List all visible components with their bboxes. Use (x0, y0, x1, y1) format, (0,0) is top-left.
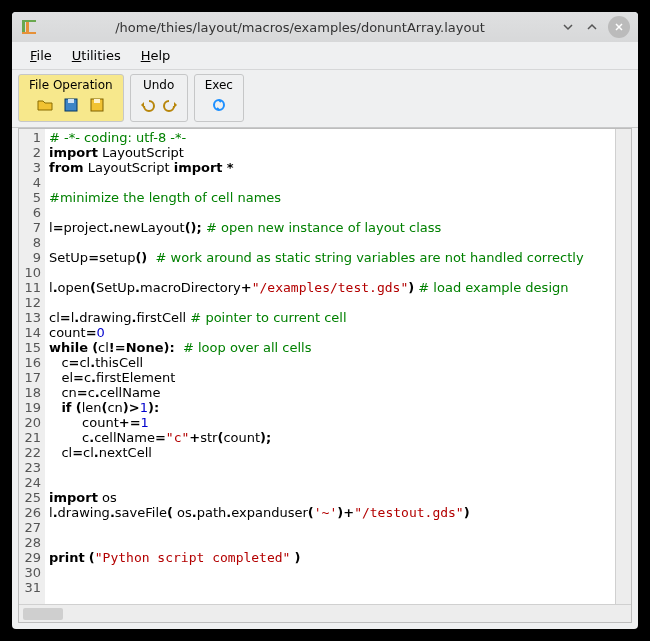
close-button[interactable] (608, 16, 630, 38)
vertical-scrollbar[interactable] (615, 129, 631, 604)
toolbar-group-exec-label: Exec (201, 77, 237, 94)
toolbar: File Operation Undo Exec (12, 70, 638, 128)
app-icon (20, 18, 38, 36)
code-area[interactable]: # -*- coding: utf-8 -*-import LayoutScri… (45, 129, 615, 604)
toolbar-group-file: File Operation (18, 74, 124, 122)
svg-rect-3 (22, 32, 36, 34)
menubar: File Utilities Help (12, 42, 638, 70)
redo-icon[interactable] (163, 96, 181, 114)
titlebar: /home/thies/layout/macros/examples/donun… (12, 12, 638, 42)
line-number-gutter: 1234567891011121314151617181920212223242… (19, 129, 45, 604)
menu-file[interactable]: File (20, 44, 62, 67)
open-icon[interactable] (36, 96, 54, 114)
svg-rect-7 (94, 99, 100, 103)
editor: 1234567891011121314151617181920212223242… (18, 128, 632, 623)
exec-icon[interactable] (210, 96, 228, 114)
window: /home/thies/layout/macros/examples/donun… (12, 12, 638, 629)
toolbar-group-undo: Undo (130, 74, 188, 122)
undo-icon[interactable] (137, 96, 155, 114)
save-as-icon[interactable] (88, 96, 106, 114)
minimize-button[interactable] (558, 17, 578, 37)
horizontal-scrollbar[interactable] (19, 604, 631, 622)
svg-rect-5 (68, 99, 74, 103)
toolbar-group-exec: Exec (194, 74, 244, 122)
scrollbar-thumb[interactable] (23, 608, 63, 620)
svg-rect-1 (26, 22, 29, 32)
toolbar-group-undo-label: Undo (139, 77, 178, 94)
toolbar-group-file-label: File Operation (25, 77, 117, 94)
window-title: /home/thies/layout/macros/examples/donun… (46, 20, 554, 35)
menu-help[interactable]: Help (131, 44, 181, 67)
save-icon[interactable] (62, 96, 80, 114)
menu-utilities[interactable]: Utilities (62, 44, 131, 67)
svg-rect-2 (22, 20, 36, 22)
maximize-button[interactable] (582, 17, 602, 37)
svg-rect-0 (22, 22, 25, 32)
svg-point-8 (214, 100, 224, 110)
